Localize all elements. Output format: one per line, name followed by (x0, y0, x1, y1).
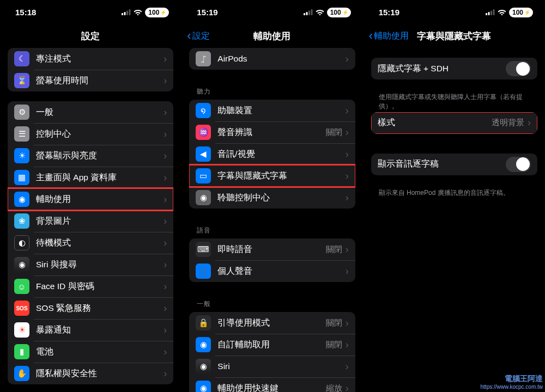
status-time: 15:18 (15, 8, 36, 17)
settings-row[interactable]: ⌛螢幕使用時間› (8, 70, 173, 91)
status-time: 15:19 (197, 8, 217, 17)
row-label: 電池 (36, 346, 164, 358)
settings-row[interactable]: ໑助聽裝置› (189, 100, 355, 121)
wallpaper-icon: ❀ (14, 213, 29, 229)
settings-row[interactable]: ◉自訂輔助取用關閉› (189, 334, 355, 356)
battery-icon: 100⚡ (145, 7, 169, 17)
row-label: 樣式 (378, 117, 492, 128)
settings-row[interactable]: 顯示音訊逐字稿 (371, 154, 537, 175)
wifi-icon (498, 8, 506, 17)
settings-row[interactable]: ▮電池› (8, 341, 173, 363)
settings-row[interactable]: ☀螢幕顯示與亮度› (8, 145, 173, 167)
toggle-switch[interactable] (506, 157, 531, 172)
row-label: 字幕與隱藏式字幕 (217, 170, 345, 182)
settings-row[interactable]: ◉Siri 與搜尋› (8, 254, 173, 275)
row-detail: 關閉 (326, 244, 342, 255)
svg-rect-2 (126, 10, 128, 15)
status-bar: 15:19100⚡ (364, 0, 545, 24)
row-label: 聆聽控制中心 (217, 192, 345, 204)
signal-icon (304, 8, 313, 17)
status-icons: 100⚡ (486, 7, 533, 17)
settings-row[interactable]: ◉輔助使用› (8, 188, 173, 210)
row-label: 控制中心 (36, 128, 164, 140)
toggle-switch[interactable] (506, 61, 531, 76)
screen-0: 15:18100⚡設定☾專注模式›⌛螢幕使用時間›⚙一般›☰控制中心›☀螢幕顯示… (0, 0, 181, 392)
accessibility-icon: ◉ (14, 192, 29, 207)
row-label: 一般 (36, 107, 164, 118)
battery-icon: 100⚡ (327, 7, 351, 17)
row-label: 助聽裝置 (217, 105, 345, 117)
settings-row[interactable]: ❀背景圖片› (8, 210, 173, 232)
settings-row[interactable]: ◉輔助使用快速鍵縮放› (189, 377, 355, 392)
settings-group: 隱藏式字幕 + SDH (371, 58, 537, 79)
chevron-right-icon: › (346, 339, 349, 351)
page-title: 字幕與隱藏式字幕 (417, 30, 491, 42)
settings-row[interactable]: ☰控制中心› (8, 123, 173, 145)
hearing-icon: ໑ (196, 103, 211, 118)
settings-row[interactable]: ▭字幕與隱藏式字幕› (189, 165, 355, 187)
chevron-right-icon: › (528, 117, 531, 128)
settings-row[interactable]: ☀暴露通知› (8, 319, 173, 341)
chevron-right-icon: › (346, 317, 349, 329)
settings-row[interactable]: ◀音訊/視覺› (189, 143, 355, 165)
svg-rect-7 (311, 9, 312, 15)
settings-row[interactable]: SOSSOS 緊急服務› (8, 297, 173, 319)
row-label: 螢幕顯示與亮度 (36, 150, 164, 162)
settings-row[interactable]: 🔒引導使用模式關閉› (189, 312, 355, 334)
page-title: 設定 (81, 30, 100, 42)
chevron-right-icon: › (164, 150, 167, 162)
settings-row[interactable]: ⌨即時語音關閉› (189, 238, 355, 260)
settings-row[interactable]: ᛢAirPods› (189, 48, 355, 70)
svg-rect-1 (124, 12, 126, 15)
live-speech-icon: ⌨ (196, 242, 211, 257)
faceid-icon: ☺ (14, 279, 29, 294)
settings-row[interactable]: 樣式透明背景› (371, 112, 537, 134)
chevron-right-icon: › (346, 244, 349, 255)
row-label: 待機模式 (36, 237, 164, 249)
svg-rect-6 (308, 10, 310, 15)
settings-row[interactable]: ◐待機模式› (8, 232, 173, 254)
guided-access-icon: 🔒 (196, 315, 211, 330)
row-label: 螢幕使用時間 (36, 75, 164, 87)
row-label: 聲音辨識 (217, 127, 325, 138)
row-detail: 關閉 (326, 127, 342, 138)
moon-icon: ☾ (14, 51, 29, 66)
status-icons: 100⚡ (122, 7, 169, 17)
battery-icon: 100⚡ (509, 7, 533, 17)
chevron-right-icon: › (164, 303, 167, 314)
row-label: Face ID 與密碼 (36, 281, 164, 292)
row-label: 隱私權與安全性 (36, 368, 164, 379)
settings-row[interactable]: ◉Siri› (189, 356, 355, 377)
row-detail: 縮放 (326, 383, 342, 393)
signal-icon (486, 8, 495, 17)
row-detail: 關閉 (326, 318, 342, 328)
settings-row[interactable]: ☾專注模式› (8, 48, 173, 70)
back-button[interactable]: ‹設定 (187, 29, 209, 43)
section-header: 一般 (181, 292, 362, 312)
chevron-right-icon: › (346, 149, 349, 160)
settings-row[interactable]: 隱藏式字幕 + SDH (371, 58, 537, 79)
row-label: 即時語音 (217, 244, 325, 255)
section-header: 聽力 (181, 79, 362, 100)
settings-row[interactable]: ⚙一般› (8, 101, 173, 123)
row-label: 音訊/視覺 (217, 149, 345, 160)
row-label: 暴露通知 (36, 324, 164, 336)
settings-row[interactable]: ☺Face ID 與密碼› (8, 275, 173, 297)
chevron-left-icon: ‹ (187, 29, 191, 43)
settings-group: 🔒引導使用模式關閉›◉自訂輔助取用關閉›◉Siri›◉輔助使用快速鍵縮放›▢個別… (189, 312, 355, 392)
chevron-right-icon: › (346, 266, 349, 277)
settings-row[interactable]: ▦主畫面與 App 資料庫› (8, 167, 173, 188)
chevron-right-icon: › (164, 107, 167, 118)
settings-row[interactable]: ♒聲音辨識關閉› (189, 121, 355, 143)
svg-rect-3 (129, 9, 131, 15)
chevron-right-icon: › (164, 53, 167, 65)
settings-row[interactable]: ◉聆聽控制中心› (189, 187, 355, 209)
wifi-icon (134, 8, 142, 17)
settings-row[interactable]: ✋隱私權與安全性› (8, 363, 173, 384)
row-label: 自訂輔助取用 (217, 339, 325, 351)
row-label: 隱藏式字幕 + SDH (378, 63, 506, 75)
settings-row[interactable]: 👤個人聲音› (189, 260, 355, 282)
back-button[interactable]: ‹輔助使用 (369, 29, 409, 43)
chevron-right-icon: › (346, 170, 349, 182)
content: ☾專注模式›⌛螢幕使用時間›⚙一般›☰控制中心›☀螢幕顯示與亮度›▦主畫面與 A… (0, 48, 181, 392)
